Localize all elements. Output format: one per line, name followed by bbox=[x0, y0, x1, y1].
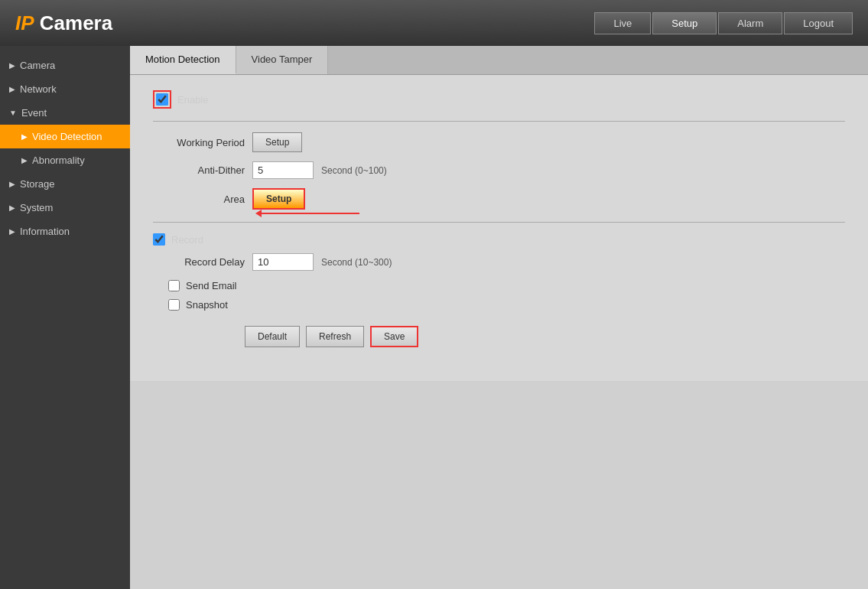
logo: IP Camera bbox=[15, 11, 112, 35]
sidebar-label-network: Network bbox=[20, 83, 57, 95]
sidebar-label-system: System bbox=[20, 202, 53, 213]
enable-checkbox-wrapper bbox=[153, 90, 171, 109]
record-checkbox-wrapper bbox=[153, 233, 165, 246]
sidebar-label-storage: Storage bbox=[20, 178, 55, 190]
sidebar-item-event[interactable]: ▼ Event bbox=[0, 101, 130, 125]
record-delay-input[interactable] bbox=[252, 253, 314, 271]
logo-camera: Camera bbox=[34, 11, 113, 34]
live-button[interactable]: Live bbox=[594, 12, 651, 34]
nav-buttons: Live Setup Alarm Logout bbox=[594, 12, 853, 34]
area-setup-button[interactable]: Setup bbox=[252, 188, 305, 210]
save-button[interactable]: Save bbox=[370, 326, 418, 347]
snapshot-label: Snapshot bbox=[186, 299, 228, 311]
anti-dither-input[interactable] bbox=[252, 161, 314, 179]
main-layout: ▶ Camera ▶ Network ▼ Event ▶ Video Detec… bbox=[0, 46, 868, 589]
header: IP Camera Live Setup Alarm Logout bbox=[0, 0, 868, 46]
working-period-label: Working Period bbox=[153, 137, 245, 148]
sidebar-item-video-detection[interactable]: ▶ Video Detection bbox=[0, 125, 130, 148]
sidebar: ▶ Camera ▶ Network ▼ Event ▶ Video Detec… bbox=[0, 46, 130, 589]
chevron-right-icon: ▶ bbox=[9, 203, 15, 212]
alarm-button[interactable]: Alarm bbox=[718, 12, 782, 34]
send-email-checkbox[interactable] bbox=[168, 280, 180, 291]
setup-button[interactable]: Setup bbox=[652, 12, 717, 34]
anti-dither-row: Anti-Dither Second (0~100) bbox=[153, 161, 845, 179]
sidebar-label-event: Event bbox=[21, 107, 47, 119]
chevron-right-icon: ▶ bbox=[9, 180, 15, 188]
area-label: Area bbox=[153, 194, 245, 205]
bottom-buttons: Default Refresh Save bbox=[245, 326, 845, 347]
record-checkbox[interactable] bbox=[153, 233, 165, 246]
logout-button[interactable]: Logout bbox=[784, 12, 853, 34]
sidebar-label-abnormality: Abnormality bbox=[32, 155, 85, 166]
anti-dither-note: Second (0~100) bbox=[321, 165, 387, 176]
send-email-row: Send Email bbox=[168, 280, 845, 291]
chevron-right-icon: ▶ bbox=[21, 132, 28, 141]
content-area: Motion Detection Video Tamper Enable Wor… bbox=[130, 46, 868, 589]
sidebar-label-information: Information bbox=[20, 226, 70, 237]
sidebar-item-abnormality[interactable]: ▶ Abnormality bbox=[0, 148, 130, 172]
area-arrow-annotation bbox=[260, 213, 845, 214]
form-area: Enable Working Period Setup Anti-Dither … bbox=[130, 75, 868, 381]
chevron-down-icon: ▼ bbox=[9, 109, 17, 117]
record-delay-note: Second (10~300) bbox=[321, 257, 392, 268]
enable-checkbox[interactable] bbox=[156, 93, 168, 106]
sidebar-item-information[interactable]: ▶ Information bbox=[0, 220, 130, 243]
enable-label: Enable bbox=[177, 94, 208, 106]
sidebar-item-storage[interactable]: ▶ Storage bbox=[0, 172, 130, 196]
send-email-label: Send Email bbox=[186, 280, 236, 291]
record-delay-label: Record Delay bbox=[153, 256, 245, 268]
record-row: Record bbox=[153, 233, 845, 246]
chevron-right-icon: ▶ bbox=[21, 156, 28, 164]
default-button[interactable]: Default bbox=[245, 326, 300, 347]
sidebar-item-camera[interactable]: ▶ Camera bbox=[0, 54, 130, 77]
snapshot-row: Snapshot bbox=[168, 299, 845, 311]
sidebar-label-video-detection: Video Detection bbox=[32, 131, 102, 142]
red-arrow-icon bbox=[260, 213, 359, 214]
chevron-right-icon: ▶ bbox=[9, 227, 15, 236]
area-row: Area Setup bbox=[153, 188, 845, 210]
record-label: Record bbox=[171, 234, 203, 246]
refresh-button[interactable]: Refresh bbox=[306, 326, 364, 347]
working-period-row: Working Period Setup bbox=[153, 132, 845, 152]
tab-motion-detection[interactable]: Motion Detection bbox=[130, 46, 236, 74]
sidebar-item-network[interactable]: ▶ Network bbox=[0, 77, 130, 101]
working-period-setup-button[interactable]: Setup bbox=[252, 132, 302, 152]
enable-row: Enable bbox=[153, 90, 845, 109]
sidebar-label-camera: Camera bbox=[20, 60, 55, 71]
sidebar-item-system[interactable]: ▶ System bbox=[0, 196, 130, 220]
tab-video-tamper[interactable]: Video Tamper bbox=[236, 46, 329, 74]
logo-ip: IP bbox=[15, 11, 34, 34]
tabs: Motion Detection Video Tamper bbox=[130, 46, 868, 75]
chevron-right-icon: ▶ bbox=[9, 85, 15, 93]
anti-dither-label: Anti-Dither bbox=[153, 164, 245, 176]
snapshot-checkbox[interactable] bbox=[168, 299, 180, 311]
record-delay-row: Record Delay Second (10~300) bbox=[153, 253, 845, 271]
chevron-right-icon: ▶ bbox=[9, 61, 15, 70]
